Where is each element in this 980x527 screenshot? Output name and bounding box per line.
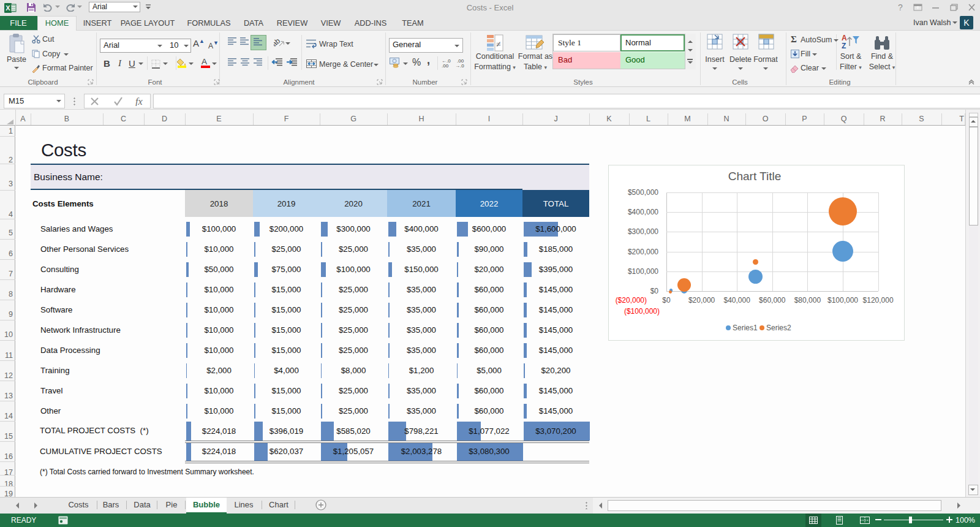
svg-text:X: X <box>6 4 10 12</box>
svg-text:?: ? <box>898 3 903 12</box>
svg-text:≠: ≠ <box>496 40 501 49</box>
svg-text:fx: fx <box>135 97 143 106</box>
svg-text:Z: Z <box>842 42 846 50</box>
svg-text:A: A <box>842 34 847 42</box>
svg-text:ab: ab <box>274 37 282 48</box>
